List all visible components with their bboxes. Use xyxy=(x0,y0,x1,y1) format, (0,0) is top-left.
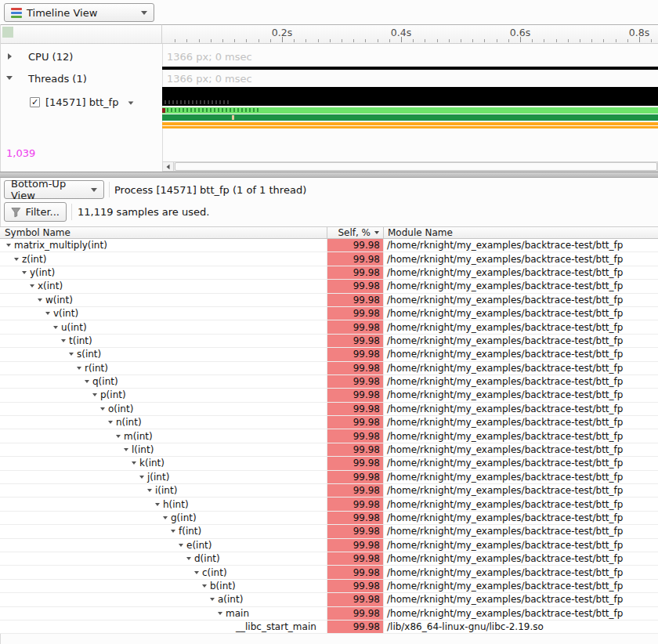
table-row[interactable]: v(int)99.98/home/rknight/my_examples/bac… xyxy=(0,307,658,320)
ruler-tick xyxy=(294,39,295,42)
expander-icon[interactable] xyxy=(108,421,113,424)
expander-icon[interactable] xyxy=(155,503,160,506)
ruler-tick xyxy=(556,39,557,42)
expander-icon[interactable] xyxy=(53,326,58,329)
table-row[interactable]: h(int)99.98/home/rknight/my_examples/bac… xyxy=(0,497,658,511)
expander-icon[interactable] xyxy=(202,584,207,588)
scroll-left-button[interactable] xyxy=(163,162,174,171)
module-name: /home/rknight/my_examples/backtrace-test… xyxy=(383,539,658,552)
expander-icon[interactable] xyxy=(139,476,144,479)
table-row[interactable]: __libc_start_main99.98/lib/x86_64-linux-… xyxy=(0,620,658,634)
table-row[interactable]: u(int)99.98/home/rknight/my_examples/bac… xyxy=(0,320,658,334)
ruler-scale[interactable]: 0.2s0.4s0.6s0.8s xyxy=(162,24,658,44)
hscrollbar-thumb[interactable] xyxy=(175,162,657,171)
self-percent-cell: 99.98 xyxy=(327,443,383,456)
threads-expander-icon[interactable] xyxy=(6,76,13,80)
ruler-tick xyxy=(246,39,247,42)
table-row[interactable]: x(int)99.98/home/rknight/my_examples/bac… xyxy=(0,280,658,293)
expander-icon[interactable] xyxy=(163,516,168,519)
table-row[interactable]: f(int)99.98/home/rknight/my_examples/bac… xyxy=(0,525,658,538)
thread-sample-track[interactable] xyxy=(162,87,658,106)
table-row[interactable]: t(int)99.98/home/rknight/my_examples/bac… xyxy=(0,335,658,348)
thread-track-dark-green[interactable] xyxy=(162,114,658,121)
table-row[interactable]: a(int)99.98/home/rknight/my_examples/bac… xyxy=(0,593,658,606)
table-row[interactable]: b(int)99.98/home/rknight/my_examples/bac… xyxy=(0,580,658,593)
expander-icon[interactable] xyxy=(124,448,128,451)
expander-icon[interactable] xyxy=(22,271,27,274)
thread-options-arrow-icon[interactable] xyxy=(128,101,134,104)
table-row[interactable]: o(int)99.98/home/rknight/my_examples/bac… xyxy=(0,403,658,416)
column-header-module[interactable]: Module Name xyxy=(383,227,658,238)
expander-icon[interactable] xyxy=(14,258,19,261)
thread-track-orange-1[interactable] xyxy=(162,122,658,125)
symbol-name: d(int) xyxy=(194,553,220,564)
module-name: /home/rknight/my_examples/backtrace-test… xyxy=(383,252,658,265)
table-row[interactable]: m(int)99.98/home/rknight/my_examples/bac… xyxy=(0,429,658,443)
symbol-name: j(int) xyxy=(147,472,169,483)
table-row[interactable]: r(int)99.98/home/rknight/my_examples/bac… xyxy=(0,362,658,375)
table-row[interactable]: p(int)99.98/home/rknight/my_examples/bac… xyxy=(0,389,658,402)
expander-icon[interactable] xyxy=(69,353,74,356)
expander-icon[interactable] xyxy=(92,393,97,396)
symbol-name: u(int) xyxy=(61,322,87,333)
filter-button[interactable]: Filter... xyxy=(4,202,67,222)
ruler-label: 0.2s xyxy=(272,27,292,38)
ruler-tick xyxy=(270,39,271,42)
expander-icon[interactable] xyxy=(38,298,42,302)
ruler-tick xyxy=(342,39,342,42)
expander-icon[interactable] xyxy=(186,557,191,560)
table-row[interactable]: matrix_multiply(int)99.98/home/rknight/m… xyxy=(0,239,658,252)
table-body: matrix_multiply(int)99.98/home/rknight/m… xyxy=(0,239,658,634)
table-row[interactable]: g(int)99.98/home/rknight/my_examples/bac… xyxy=(0,512,658,525)
table-row[interactable]: c(int)99.98/home/rknight/my_examples/bac… xyxy=(0,566,658,579)
table-row[interactable]: e(int)99.98/home/rknight/my_examples/bac… xyxy=(0,539,658,552)
expander-icon[interactable] xyxy=(45,312,50,315)
expander-icon[interactable] xyxy=(147,489,152,492)
table-row[interactable]: w(int)99.98/home/rknight/my_examples/bac… xyxy=(0,294,658,307)
expander-icon[interactable] xyxy=(194,571,199,574)
table-row[interactable]: i(int)99.98/home/rknight/my_examples/bac… xyxy=(0,484,658,497)
expander-icon[interactable] xyxy=(85,380,89,383)
sort-descending-icon xyxy=(374,231,379,234)
table-row[interactable]: n(int)99.98/home/rknight/my_examples/bac… xyxy=(0,416,658,429)
expander-icon[interactable] xyxy=(30,284,34,288)
expander-icon[interactable] xyxy=(218,612,222,615)
ruler-tick xyxy=(365,39,366,42)
table-row[interactable]: z(int)99.98/home/rknight/my_examples/bac… xyxy=(0,252,658,266)
bottom-up-view-selector[interactable]: Bottom-Up View xyxy=(4,180,104,199)
timeline-hscrollbar[interactable] xyxy=(162,161,658,172)
timeline-view-selector[interactable]: Timeline View xyxy=(4,3,154,22)
expander-icon[interactable] xyxy=(77,367,81,370)
thread-checkbox[interactable]: ✓ xyxy=(30,97,40,107)
self-percent-cell: 99.98 xyxy=(327,620,383,633)
table-row[interactable]: main99.98/home/rknight/my_examples/backt… xyxy=(0,607,658,620)
expander-icon[interactable] xyxy=(6,244,11,247)
module-name: /home/rknight/my_examples/backtrace-test… xyxy=(383,294,658,306)
expander-icon[interactable] xyxy=(210,598,215,601)
expander-icon[interactable] xyxy=(171,530,175,533)
cpu-expander-icon[interactable] xyxy=(8,53,12,60)
expander-icon[interactable] xyxy=(116,435,121,438)
table-row[interactable]: y(int)99.98/home/rknight/my_examples/bac… xyxy=(0,266,658,280)
table-row[interactable]: d(int)99.98/home/rknight/my_examples/bac… xyxy=(0,552,658,566)
self-percent-cell: 99.98 xyxy=(327,348,383,360)
ruler-tick xyxy=(497,39,497,42)
expander-icon[interactable] xyxy=(179,544,183,547)
expander-icon[interactable] xyxy=(100,407,105,411)
ruler-tick xyxy=(627,39,628,42)
expander-icon[interactable] xyxy=(61,339,66,342)
thread-track-light-green[interactable] xyxy=(162,107,658,114)
table-row[interactable]: j(int)99.98/home/rknight/my_examples/bac… xyxy=(0,471,658,484)
self-percent-cell: 99.98 xyxy=(327,362,383,374)
column-header-self-percent[interactable]: Self, % xyxy=(327,227,383,238)
table-row[interactable]: s(int)99.98/home/rknight/my_examples/bac… xyxy=(0,348,658,361)
expander-icon[interactable] xyxy=(132,461,136,465)
thread-track-orange-2[interactable] xyxy=(162,126,658,128)
table-row[interactable]: k(int)99.98/home/rknight/my_examples/bac… xyxy=(0,457,658,470)
table-row[interactable]: l(int)99.98/home/rknight/my_examples/bac… xyxy=(0,443,658,457)
cpu-activity-bar[interactable] xyxy=(162,67,658,70)
panel-splitter[interactable] xyxy=(0,172,658,178)
ruler-tick xyxy=(603,39,604,42)
table-row[interactable]: q(int)99.98/home/rknight/my_examples/bac… xyxy=(0,375,658,389)
column-header-symbol[interactable]: Symbol Name xyxy=(0,227,327,238)
